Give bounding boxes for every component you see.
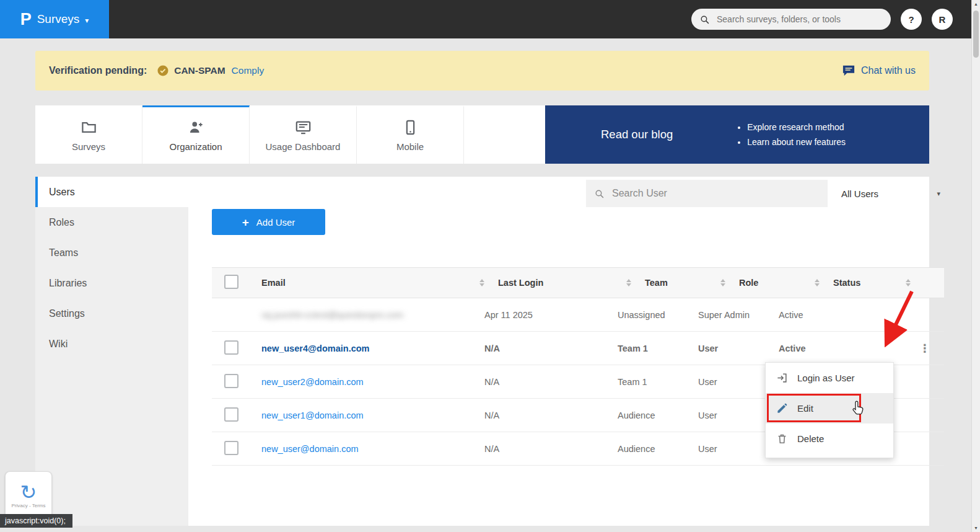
sort-icon[interactable] (479, 279, 484, 286)
users-content: All Users ▾ + Add User Email (188, 177, 969, 526)
cell-last-login: N/A (484, 410, 618, 420)
cell-status: Active (779, 344, 856, 353)
header-status[interactable]: Status (833, 278, 933, 288)
sidebar-item-settings[interactable]: Settings (35, 298, 188, 329)
user-email-link[interactable]: new_user2@domain.com (261, 377, 364, 387)
scroll-down-arrow[interactable]: ▼ (972, 526, 980, 530)
global-search (691, 9, 891, 30)
menu-item-edit[interactable]: Edit (766, 393, 893, 423)
sidebar-item-label: Users (49, 187, 75, 198)
menu-item-login-as-user[interactable]: Login as User (766, 363, 893, 393)
row-checkbox[interactable] (224, 407, 238, 422)
sidebar-item-teams[interactable]: Teams (35, 237, 188, 268)
avatar[interactable]: R (932, 9, 953, 30)
canspam-badge: CAN-SPAM (157, 64, 225, 77)
row-context-menu: Login as User Edit Delete (765, 362, 894, 458)
chat-icon (842, 64, 855, 77)
chevron-down-icon: ▾ (85, 16, 89, 25)
users-filter-dropdown[interactable]: All Users ▾ (838, 188, 944, 199)
questionpro-logo-icon: P (20, 10, 32, 29)
row-menu-kebab-icon[interactable]: ⋮ (917, 342, 933, 355)
blog-title: Read our blog (601, 128, 673, 141)
table-row: new_user4@domain.com N/A Team 1 User Act… (212, 332, 944, 365)
scroll-up-arrow[interactable]: ▲ (972, 2, 980, 6)
seal-check-icon (157, 64, 169, 77)
tab-usage-dashboard[interactable]: Usage Dashboard (250, 105, 357, 164)
tab-surveys[interactable]: Surveys (35, 105, 142, 164)
header-email[interactable]: Email (261, 278, 498, 288)
menu-item-label: Edit (797, 403, 813, 414)
menu-item-label: Login as User (797, 373, 855, 383)
topbar-right: ? R (691, 9, 971, 30)
cell-team: Team 1 (618, 344, 698, 353)
canspam-label: CAN-SPAM (174, 65, 225, 76)
row-checkbox[interactable] (224, 340, 238, 355)
add-user-button[interactable]: + Add User (212, 209, 325, 235)
recaptcha-badge[interactable]: ↻ Privacy - Terms (5, 471, 52, 520)
header-team[interactable]: Team (645, 278, 739, 288)
mobile-phone-icon (402, 119, 419, 136)
tab-organization[interactable]: Organization (142, 105, 250, 164)
global-search-input[interactable] (715, 14, 883, 25)
organization-card: Users Roles Teams Libraries Settings Wik… (35, 177, 929, 526)
brand-label: Surveys (37, 12, 80, 26)
brand-surveys-menu[interactable]: P Surveys ▾ (0, 0, 109, 38)
sidebar-item-users[interactable]: Users (35, 177, 188, 207)
chevron-down-icon: ▾ (937, 190, 940, 198)
row-checkbox[interactable] (224, 374, 238, 388)
cell-team: Audience (618, 444, 698, 454)
blog-bullet-list: Explore research method Learn about new … (735, 120, 846, 149)
main-tabs: Surveys Organization Usage Dashboard Mob… (35, 105, 929, 164)
blog-panel[interactable]: Read our blog Explore research method Le… (545, 105, 929, 164)
tab-label: Organization (169, 141, 222, 152)
chat-label: Chat with us (861, 65, 916, 76)
cell-role: User (698, 344, 779, 353)
search-icon (699, 14, 710, 25)
screen: P Surveys ▾ ? R Verification pending: CA… (0, 0, 980, 532)
table-header-row: Email Last Login Team Role (212, 267, 944, 298)
header-role[interactable]: Role (739, 278, 833, 288)
sort-icon[interactable] (626, 279, 631, 286)
cell-status: Active (779, 310, 856, 320)
user-email-link[interactable]: new_user@domain.com (261, 444, 359, 454)
tab-mobile[interactable]: Mobile (357, 105, 464, 164)
sidebar-item-label: Teams (49, 247, 78, 259)
cell-team: Audience (618, 410, 698, 420)
row-checkbox[interactable] (224, 441, 238, 455)
cell-last-login: N/A (484, 377, 618, 387)
select-all-checkbox[interactable] (224, 275, 238, 289)
cell-team: Team 1 (618, 377, 698, 387)
recaptcha-icon: ↻ (20, 482, 37, 502)
org-sidebar: Users Roles Teams Libraries Settings Wik… (35, 177, 188, 526)
header-label: Last Login (498, 278, 543, 288)
users-filter-value: All Users (841, 188, 878, 199)
comply-link[interactable]: Comply (232, 65, 265, 76)
sidebar-item-wiki[interactable]: Wiki (35, 329, 188, 359)
sidebar-item-label: Settings (49, 308, 85, 319)
header-label: Status (833, 278, 860, 288)
header-last-login[interactable]: Last Login (498, 278, 645, 288)
sidebar-item-roles[interactable]: Roles (35, 207, 188, 237)
cell-last-login: Apr 11 2025 (484, 310, 618, 320)
user-search-input[interactable] (611, 187, 820, 200)
help-button[interactable]: ? (901, 9, 922, 30)
user-email-link[interactable]: new_user4@domain.com (261, 344, 370, 353)
header-label: Team (645, 278, 668, 288)
chat-with-us-button[interactable]: Chat with us (842, 64, 916, 77)
sort-icon[interactable] (815, 279, 820, 286)
folder-icon (81, 119, 97, 136)
sidebar-item-label: Roles (49, 217, 74, 228)
users-toolbar: All Users ▾ (212, 180, 944, 207)
sort-icon[interactable] (720, 279, 725, 286)
tab-label: Usage Dashboard (266, 141, 341, 152)
sort-icon[interactable] (906, 279, 911, 286)
cell-role: Super Admin (698, 310, 779, 320)
sidebar-item-libraries[interactable]: Libraries (35, 268, 188, 298)
blog-bullet: Explore research method (747, 120, 846, 135)
scrollbar-thumb[interactable] (973, 11, 979, 58)
scrollbar[interactable]: ▲ ▼ (971, 0, 980, 532)
menu-item-delete[interactable]: Delete (766, 423, 893, 454)
sidebar-item-label: Wiki (49, 339, 68, 350)
header-checkbox-cell (212, 275, 261, 291)
user-email-link[interactable]: new_user1@domain.com (261, 410, 364, 420)
